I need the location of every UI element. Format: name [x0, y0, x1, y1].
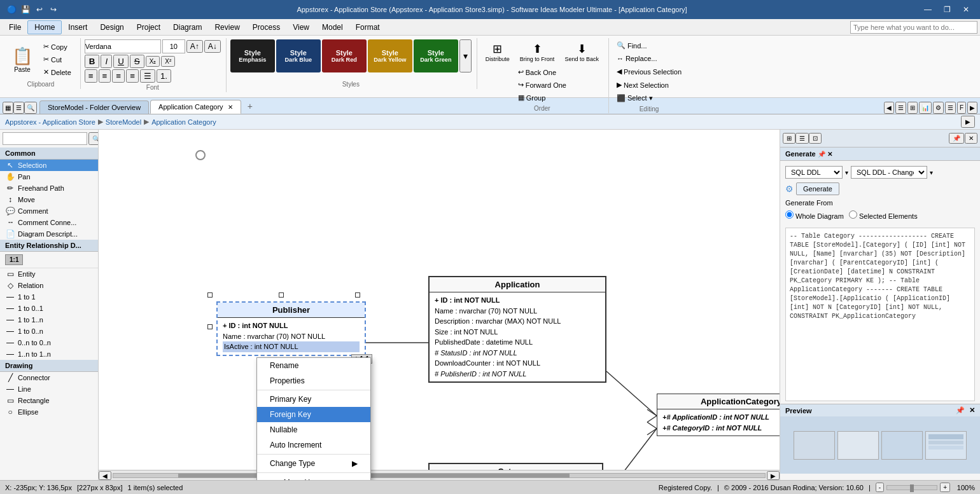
font-family-input[interactable] [85, 39, 161, 53]
whole-diagram-radio-label[interactable]: Whole Diagram [785, 210, 844, 220]
tab-folder-overview[interactable]: StoreModel - Folder Overview [39, 100, 149, 114]
menu-home[interactable]: Home [27, 20, 62, 34]
menu-diagram[interactable]: Diagram [167, 21, 208, 34]
handle-tr[interactable] [355, 292, 360, 298]
tool-line[interactable]: — Line [0, 383, 98, 395]
scroll-track[interactable] [113, 473, 766, 478]
ctx-rename[interactable]: Rename [257, 358, 370, 373]
superscript-btn[interactable]: X² [161, 56, 175, 67]
ctx-properties[interactable]: Properties [257, 373, 370, 388]
app-field-8[interactable]: # PublisherID : int NOT NULL [435, 369, 600, 380]
tool-diagram-desc[interactable]: 📄 Diagram Descript... [0, 228, 98, 240]
rp-pin-btn[interactable]: 📌 [949, 133, 964, 144]
tool-selection[interactable]: ↖ Selection [0, 160, 98, 171]
right-panel-toggle-1[interactable]: ◀ [884, 102, 894, 114]
app-field-4[interactable]: Size : int NOT NULL [435, 327, 600, 338]
whole-diagram-radio[interactable] [785, 210, 794, 219]
font-grow-btn[interactable]: A↑ [186, 40, 203, 53]
breadcrumb-part-1[interactable]: Appstorex - Application Store [5, 118, 95, 126]
handle-tl[interactable] [207, 292, 213, 298]
app-field-3[interactable]: Description : nvarchar (MAX) NOT NULL [435, 316, 600, 327]
qa-redo[interactable]: ↪ [47, 3, 60, 16]
italic-btn[interactable]: I [101, 55, 112, 68]
align-justify-btn[interactable]: ≡ [126, 69, 139, 83]
zoom-thumb[interactable] [910, 484, 914, 492]
scroll-right-btn[interactable]: ▶ [767, 471, 780, 480]
zoom-in-btn[interactable]: + [940, 483, 950, 492]
menu-design[interactable]: Design [94, 21, 130, 34]
app-field-6[interactable]: # StatusID : int NOT NULL [435, 348, 600, 359]
copy-button[interactable]: ✂ Copy [39, 41, 75, 53]
right-panel-toggle-2[interactable]: ☰ [895, 102, 906, 114]
ctx-nullable[interactable]: Nullable [257, 422, 370, 437]
zoom-out-btn[interactable]: - [876, 483, 884, 492]
tool-0nto0n[interactable]: — 0..n to 0..n [0, 337, 98, 348]
right-panel-toggle-6[interactable]: ☰ [945, 102, 956, 114]
breadcrumb-part-2[interactable]: StoreModel [106, 118, 141, 126]
replace-btn[interactable]: ↔ Replace... [613, 53, 685, 64]
entity-application[interactable]: Application + ID : int NOT NULL Name : n… [428, 276, 606, 383]
breadcrumb-nav-right[interactable]: ▶ [961, 116, 975, 128]
prev-selection-btn[interactable]: ◀ Previous Selection [613, 65, 685, 78]
tool-1to1n[interactable]: — 1 to 1..n [0, 314, 98, 326]
sql-ddl-select[interactable]: SQL DDL [785, 166, 843, 179]
align-left-btn[interactable]: ≡ [85, 69, 97, 83]
preview-pin-icon[interactable]: 📌 [956, 406, 965, 414]
next-selection-btn[interactable]: ▶ Next Selection [613, 79, 685, 91]
tool-freehand[interactable]: ✏ Freehand Path [0, 182, 98, 194]
preview-close-icon[interactable]: ✕ [969, 406, 975, 414]
qa-undo[interactable]: ↩ [33, 3, 46, 16]
tool-erd-11[interactable]: 1:1 [0, 252, 98, 268]
rp-toolbar-btn-1[interactable]: ⊞ [783, 133, 795, 144]
qa-save[interactable]: 💾 [19, 3, 32, 16]
style-emphasis-btn[interactable]: StyleEmphasis [230, 39, 275, 72]
publisher-field-2[interactable]: Name : nvarchar (70) NOT NULL [223, 331, 360, 342]
send-to-back-btn[interactable]: ⬇ Send to Back [560, 39, 603, 65]
group-btn[interactable]: ▦ Group [514, 92, 570, 104]
style-dark-blue-btn[interactable]: StyleDark Blue [276, 39, 321, 72]
entity-publisher[interactable]: Publisher + ID : int NOT NULL Name : nva… [216, 301, 366, 356]
tab-application-category[interactable]: Application Category ✕ [150, 100, 241, 114]
rp-close-btn[interactable]: ✕ [965, 133, 977, 144]
search-input[interactable] [850, 21, 977, 34]
toolbox-search-input[interactable] [3, 132, 87, 145]
cut-button[interactable]: ✂ Cut [39, 53, 75, 65]
strikethrough-btn[interactable]: S [130, 55, 144, 68]
font-shrink-btn[interactable]: A↓ [204, 40, 221, 53]
list-view-btn[interactable]: ☰ [13, 102, 24, 114]
styles-more-btn[interactable]: ▾ [459, 39, 472, 72]
app-field-2[interactable]: Name : nvarchar (70) NOT NULL [435, 306, 600, 317]
toolbox-search-btn[interactable]: 🔍 [88, 132, 99, 145]
align-center-btn[interactable]: ≡ [99, 69, 111, 83]
selected-elements-radio[interactable] [849, 210, 857, 219]
right-panel-toggle-7[interactable]: F [957, 102, 966, 114]
bold-btn[interactable]: B [85, 55, 100, 68]
tool-pan[interactable]: ✋ Pan [0, 171, 98, 182]
list-btn[interactable]: ☰ [140, 69, 155, 83]
ctx-primary-key[interactable]: Primary Key [257, 392, 370, 407]
tool-relation[interactable]: ◇ Relation [0, 280, 98, 291]
generate-btn[interactable]: Generate [796, 182, 839, 195]
find-btn[interactable]: 🔍 Find... [613, 39, 685, 51]
publisher-field-3[interactable]: IsActive : int NOT NULL [223, 341, 360, 352]
app-field-1[interactable]: + ID : int NOT NULL [435, 295, 600, 306]
scroll-left-btn[interactable]: ◀ [99, 471, 111, 480]
menu-project[interactable]: Project [130, 21, 167, 34]
right-panel-toggle-3[interactable]: ⊞ [907, 102, 918, 114]
menu-view[interactable]: View [286, 21, 316, 34]
style-dark-green-btn[interactable]: StyleDark Green [414, 39, 458, 72]
forward-one-btn[interactable]: ↪ Forward One [514, 79, 570, 91]
search-panel-btn[interactable]: 🔍 [24, 102, 37, 114]
canvas-area[interactable]: Publisher + ID : int NOT NULL Name : nva… [99, 130, 780, 480]
breadcrumb-part-3[interactable]: Application Category [151, 118, 216, 126]
sql-changes-select[interactable]: SQL DDL - Changes [851, 166, 927, 179]
delete-button[interactable]: ✕ Delete [39, 66, 75, 78]
app-field-5[interactable]: PublishedDate : datetime NULL [435, 337, 600, 348]
scroll-thumb[interactable] [178, 474, 569, 477]
app-field-7[interactable]: DownloadCounter : int NOT NULL [435, 358, 600, 369]
tab-close-btn[interactable]: ✕ [228, 104, 233, 111]
appcategory-field-1[interactable]: +# ApplicationID : int NOT NULL [662, 412, 780, 423]
handle-tc[interactable] [279, 292, 284, 298]
menu-process[interactable]: Process [246, 21, 286, 34]
tool-comment[interactable]: 💬 Comment [0, 205, 98, 217]
